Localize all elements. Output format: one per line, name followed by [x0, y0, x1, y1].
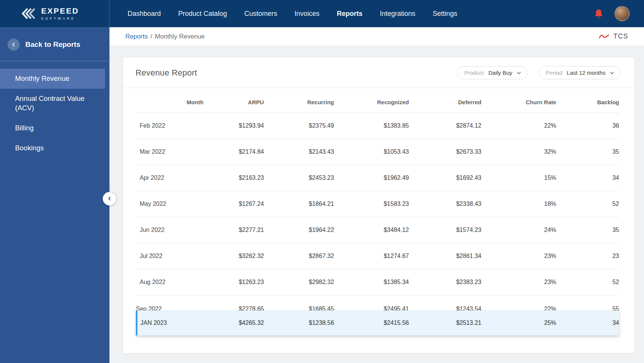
table-header-row: Month ARPU Recurring Recognized Deferred	[136, 90, 619, 113]
cell-backlog: 34	[556, 310, 619, 335]
cell-month: JAN 2023	[136, 310, 203, 335]
back-to-reports[interactable]: ‹ Back to Reports	[0, 27, 109, 61]
sidebar-item[interactable]: Bookings	[0, 138, 105, 158]
back-arrow-icon: ‹	[8, 39, 20, 51]
chevron-left-icon: ‹	[108, 194, 111, 202]
cell-month: Feb 2022	[136, 113, 203, 139]
cell-month: Apr 2022	[136, 165, 203, 191]
cell-deferred: $2383.23	[409, 269, 481, 295]
cell-recurring: $2453.23	[264, 165, 334, 191]
breadcrumb-link-reports[interactable]: Reports	[125, 33, 148, 40]
revenue-report-card: Revenue Report Product Daily Buy	[123, 57, 634, 353]
cell-churn-rate: 18%	[481, 191, 556, 217]
cell-churn-rate: 25%	[481, 310, 556, 335]
sidebar-collapse-button[interactable]: ‹	[103, 192, 116, 205]
clipped-text: Sep 2022	[136, 305, 203, 310]
table-row-clipped-sep-2022[interactable]: Sep 2022 $2278.65 $1685.45 $2495.41 $124…	[136, 295, 619, 310]
cell-backlog: 52	[556, 269, 619, 295]
table-row[interactable]: Feb 2022 $1293.94 $2375.49 $1383.85 $287…	[136, 113, 619, 139]
nav-item[interactable]: Settings	[433, 10, 457, 18]
cell-month: Jul 2022	[136, 243, 203, 269]
cell-deferred: $2338.43	[409, 191, 481, 217]
cell-arpu: $2277.21	[203, 217, 264, 243]
brand-name: EXPEED	[41, 7, 79, 15]
revenue-table: Month ARPU Recurring Recognized Deferred	[136, 90, 619, 335]
body-area: ‹ Back to Reports Monthly Revenue Annual…	[0, 27, 644, 363]
cell-deferred: $2513.21	[409, 310, 481, 335]
table-body-special: Sep 2022 $2278.65 $1685.45 $2495.41 $124…	[136, 295, 619, 335]
cell-backlog: 35	[556, 217, 619, 243]
table-row-highlighted-jan-2023[interactable]: JAN 2023 $4265.32 $1238.56 $2415.56 $251…	[136, 310, 619, 335]
sidebar: ‹ Back to Reports Monthly Revenue Annual…	[0, 27, 109, 363]
table-row[interactable]: Mar 2022 $2174.84 $2143.43 $1053.43 $267…	[136, 139, 619, 165]
clipped-text: $2278.65	[203, 305, 264, 310]
column-header: Deferred	[409, 90, 481, 113]
cell-deferred: $1243.54	[409, 295, 481, 310]
nav-item[interactable]: Dashboard	[128, 10, 161, 18]
cell-arpu: $2278.65	[203, 295, 264, 310]
filter-value: Last 12 months	[567, 70, 605, 76]
cell-arpu: $2163.23	[203, 165, 264, 191]
brand[interactable]: EXPEED SOFTWARE	[0, 0, 109, 27]
clipped-text: $1685.45	[264, 305, 334, 310]
cell-arpu: $1267.24	[203, 191, 264, 217]
cell-month: Sep 2022	[136, 295, 203, 310]
table-row[interactable]: Jun 2022 $2277.21 $1964.22 $3484.12 $157…	[136, 217, 619, 243]
cell-month: Jun 2022	[136, 217, 203, 243]
chevron-down-icon	[610, 72, 614, 74]
filter-label: Period	[546, 70, 562, 76]
sidebar-item[interactable]: Annual Contract Value (ACV)	[0, 89, 105, 118]
nav-item[interactable]: Reports	[337, 10, 362, 18]
page-title: Revenue Report	[136, 68, 197, 78]
cell-deferred: $2861.34	[409, 243, 481, 269]
table-row[interactable]: May 2022 $1267.24 $1864.21 $1583.23 $233…	[136, 191, 619, 217]
user-avatar[interactable]	[615, 6, 630, 21]
clipped-text: 22%	[481, 305, 556, 310]
brand-subtitle: SOFTWARE	[41, 17, 79, 20]
filter-value: Daily Buy	[488, 70, 512, 76]
cell-backlog: 34	[556, 165, 619, 191]
cell-arpu: $1293.94	[203, 113, 264, 139]
cell-deferred: $1574.23	[409, 217, 481, 243]
table-head: Month ARPU Recurring Recognized Deferred	[136, 90, 619, 113]
page-area: Revenue Report Product Daily Buy	[109, 46, 644, 363]
filter-dropdown[interactable]: Period Last 12 months	[539, 66, 621, 79]
clipped-text: $2495.41	[334, 305, 409, 310]
notifications-button[interactable]	[594, 9, 603, 19]
table-row[interactable]: Aug 2022 $1263.23 $2982.32 $1385.34 $238…	[136, 269, 619, 295]
cell-month: May 2022	[136, 191, 203, 217]
cell-recognized: $1053.43	[334, 139, 409, 165]
brand-text: EXPEED SOFTWARE	[41, 7, 79, 20]
main-nav: Dashboard Product Catalog Customers Invo…	[109, 10, 457, 18]
cell-recurring: $2982.32	[264, 269, 334, 295]
nav-item[interactable]: Product Catalog	[178, 10, 227, 18]
column-header: Month	[136, 90, 203, 113]
column-header: Recurring	[264, 90, 334, 113]
cell-deferred: $2874.12	[409, 113, 481, 139]
breadcrumb-bar: Reports / Monthly Revenue TCS	[109, 27, 644, 46]
cell-recognized: $1274.67	[334, 243, 409, 269]
sidebar-item[interactable]: Billing	[0, 118, 105, 138]
sidebar-item[interactable]: Monthly Revenue	[0, 69, 105, 89]
cell-churn-rate: 23%	[481, 269, 556, 295]
cell-recurring: $2143.43	[264, 139, 334, 165]
nav-item[interactable]: Customers	[244, 10, 277, 18]
cell-recognized: $1383.85	[334, 113, 409, 139]
cell-recognized: $2415.56	[334, 310, 409, 335]
filter-dropdown[interactable]: Product Daily Buy	[457, 66, 527, 79]
clipped-text: 55	[556, 305, 619, 310]
cell-recognized: $3484.12	[334, 217, 409, 243]
cell-recurring: $1685.45	[264, 295, 334, 310]
cell-deferred: $2673.33	[409, 139, 481, 165]
cell-arpu: $3262.32	[203, 243, 264, 269]
cell-arpu: $4265.32	[203, 310, 264, 335]
cell-churn-rate: 15%	[481, 165, 556, 191]
cell-recurring: $1864.21	[264, 191, 334, 217]
cell-recognized: $1385.34	[334, 269, 409, 295]
back-label: Back to Reports	[25, 40, 80, 49]
nav-item[interactable]: Invoices	[294, 10, 319, 18]
table-row[interactable]: Jul 2022 $3262.32 $2867.32 $1274.67 $286…	[136, 243, 619, 269]
column-header: Recognized	[334, 90, 409, 113]
nav-item[interactable]: Integrations	[380, 10, 415, 18]
table-row[interactable]: Apr 2022 $2163.23 $2453.23 $1962.49 $169…	[136, 165, 619, 191]
